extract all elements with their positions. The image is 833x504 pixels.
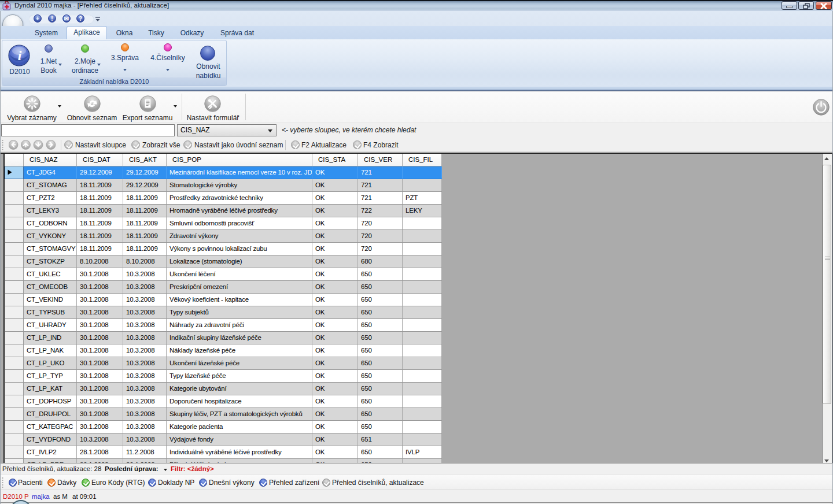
svg-text:i: i [18,48,22,63]
